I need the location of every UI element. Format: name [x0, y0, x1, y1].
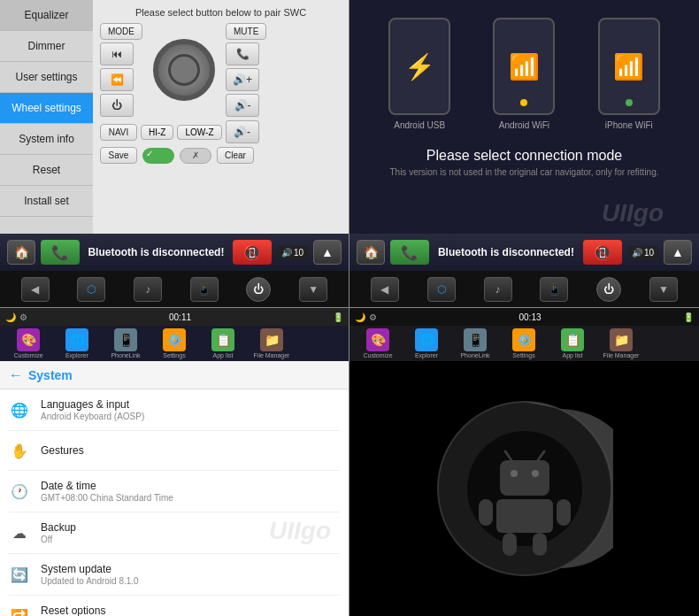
- sysupdate-sub: Updated to Android 8.1.0: [41, 576, 340, 586]
- cancel-toggle[interactable]: ✗: [180, 148, 211, 164]
- setting-gestures[interactable]: ✋ Gestures: [9, 431, 340, 471]
- bt-icon-q2[interactable]: ⬡: [427, 277, 456, 302]
- power-q2[interactable]: ⏻: [596, 277, 621, 302]
- datetime-name: Date & time: [41, 480, 340, 492]
- back-button-q3[interactable]: ←: [9, 367, 23, 383]
- sidebar-item-user-settings[interactable]: User settings: [0, 62, 93, 93]
- quadrant-system-settings: 🌙 ⚙ 00:11 🔋 🎨 Customize 🌐 Explorer 📱 Pho…: [0, 308, 350, 616]
- app-explorer[interactable]: 🌐 Explorer: [54, 328, 100, 358]
- bt-status-q2: Bluetooth is disconnected!: [434, 246, 578, 258]
- watermark-q3: UIIgo: [269, 517, 331, 545]
- save-button[interactable]: Save: [100, 147, 137, 164]
- applist-icon: 📋: [211, 328, 234, 351]
- app-filemanager-q4[interactable]: 📁 File Manager: [598, 328, 644, 358]
- mode-button[interactable]: MODE: [100, 23, 142, 40]
- app-customize[interactable]: 🎨 Customize: [5, 328, 51, 358]
- call-button-q1[interactable]: 📞: [41, 240, 80, 265]
- reset-name: Reset options: [41, 604, 340, 616]
- setting-reset[interactable]: 🔁 Reset options Network, apps, or device…: [9, 596, 340, 616]
- sidebar-item-reset[interactable]: Reset: [0, 155, 93, 186]
- low-z-button[interactable]: LOW-Z: [177, 125, 221, 140]
- hi-z-button[interactable]: HI-Z: [141, 125, 173, 140]
- sysupdate-icon: 🔄: [9, 564, 30, 585]
- power-button[interactable]: ⏻: [100, 94, 134, 117]
- settings-icon-q4: ⚙: [369, 312, 377, 322]
- arrow-up-q1[interactable]: ▲: [313, 240, 342, 265]
- arrow-up-q2[interactable]: ▲: [664, 240, 692, 265]
- app-applist[interactable]: 📋 App list: [200, 328, 246, 358]
- arrow-down-q1[interactable]: ▼: [299, 277, 327, 302]
- music-icon-q1[interactable]: ♪: [134, 277, 162, 302]
- bt-icon-q1[interactable]: ⬡: [77, 277, 105, 302]
- app-settings-q4[interactable]: ⚙️ Settings: [501, 328, 547, 358]
- toggle-on[interactable]: [142, 148, 174, 164]
- end-call-button-q2[interactable]: 📵: [583, 240, 622, 265]
- app-phonelink-q4[interactable]: 📱 PhoneLink: [452, 328, 498, 358]
- sysupdate-name: System update: [41, 563, 340, 575]
- setting-datetime[interactable]: 🕐 Date & time GMT+08:00 China Standard T…: [9, 471, 340, 512]
- explorer-label: Explorer: [65, 352, 88, 358]
- app-explorer-q4[interactable]: 🌐 Explorer: [403, 328, 449, 358]
- languages-name: Languages & input: [41, 398, 340, 411]
- customize-label: Customize: [13, 352, 42, 358]
- android-wifi-option[interactable]: 📶 Android WiFi: [493, 18, 555, 130]
- android-usb-frame: ⚡: [388, 18, 450, 115]
- rewind-button[interactable]: ⏪: [100, 68, 134, 91]
- prev-button[interactable]: ⏮: [100, 42, 134, 65]
- svg-point-3: [511, 470, 518, 477]
- phone-options: ⚡ Android USB 📶 Android WiFi 📶 iPhone Wi…: [350, 0, 699, 139]
- vol-up-button[interactable]: 🔊+: [226, 68, 259, 91]
- music-icon-q2[interactable]: ♪: [484, 277, 512, 302]
- navi-button[interactable]: NAVI: [100, 124, 137, 141]
- wifi-green-icon: 📶: [613, 52, 644, 81]
- svg-rect-9: [557, 499, 571, 526]
- back-nav-q1[interactable]: ◀: [21, 277, 50, 302]
- android-wifi-frame: 📶: [493, 18, 555, 115]
- android-usb-option[interactable]: ⚡ Android USB: [388, 18, 450, 130]
- call-button-q2[interactable]: 📞: [390, 240, 429, 265]
- setting-sysupdate[interactable]: 🔄 System update Updated to Android 8.1.0: [9, 554, 340, 596]
- explorer-icon: 🌐: [65, 328, 88, 351]
- sidebar-item-system-info[interactable]: System info: [0, 124, 93, 155]
- android-oreo-logo: [436, 400, 613, 577]
- watermark-q2: UIIgo: [602, 199, 664, 227]
- settings-icon-q3: ⚙: [19, 312, 27, 322]
- power-q1[interactable]: ⏻: [246, 277, 271, 302]
- sidebar-item-wheel-settings[interactable]: Wheel settings: [0, 93, 93, 124]
- languages-sub: Android Keyboard (AOSP): [41, 412, 340, 421]
- applist-icon-q4: 📋: [561, 328, 584, 351]
- battery-icon-q3: 🔋: [333, 312, 343, 322]
- app-applist-q4[interactable]: 📋 App list: [549, 328, 595, 358]
- quadrant-wheel-settings: Equalizer Dimmer User settings Wheel set…: [0, 0, 350, 308]
- filemanager-icon: 📁: [260, 328, 283, 351]
- clear-button[interactable]: Clear: [217, 147, 254, 164]
- end-call-button-q1[interactable]: 📵: [233, 240, 272, 265]
- phonelink-icon-q4: 📱: [464, 328, 487, 351]
- sidebar-item-dimmer[interactable]: Dimmer: [0, 31, 93, 62]
- setting-languages[interactable]: 🌐 Languages & input Android Keyboard (AO…: [9, 389, 340, 431]
- app-settings[interactable]: ⚙️ Settings: [151, 328, 197, 358]
- home-button-q2[interactable]: 🏠: [357, 240, 385, 265]
- vol-badge-q1: 🔊 10: [277, 246, 308, 259]
- vol-down2-button[interactable]: 🔊-: [226, 120, 259, 143]
- app-customize-q4[interactable]: 🎨 Customize: [355, 328, 401, 358]
- app-filemanager[interactable]: 📁 File Manager: [249, 328, 295, 358]
- wifi-yellow-dot: [520, 99, 527, 106]
- vol-down-button[interactable]: 🔊-: [226, 94, 259, 117]
- reset-icon: 🔁: [9, 605, 30, 616]
- phone-icon-q1[interactable]: 📱: [190, 277, 219, 302]
- home-button-q1[interactable]: 🏠: [7, 240, 35, 265]
- app-phonelink[interactable]: 📱 PhoneLink: [103, 328, 149, 358]
- iphone-wifi-option[interactable]: 📶 iPhone WiFi: [598, 18, 660, 130]
- back-nav-q2[interactable]: ◀: [371, 277, 399, 302]
- call-icon-button[interactable]: 📞: [226, 42, 259, 65]
- steering-wheel-image: [153, 39, 215, 101]
- sidebar-item-equalizer[interactable]: Equalizer: [0, 0, 93, 31]
- sidebar-item-install-set[interactable]: Install set: [0, 186, 93, 217]
- q3-status-bar: 🌙 ⚙ 00:11 🔋: [0, 308, 349, 326]
- arrow-down-q2[interactable]: ▼: [649, 277, 678, 302]
- mute-button[interactable]: MUTE: [226, 23, 266, 40]
- phone-icon-q2[interactable]: 📱: [540, 277, 568, 302]
- reset-text: Reset options Network, apps, or device c…: [41, 604, 340, 616]
- oreo-svg: [436, 400, 613, 577]
